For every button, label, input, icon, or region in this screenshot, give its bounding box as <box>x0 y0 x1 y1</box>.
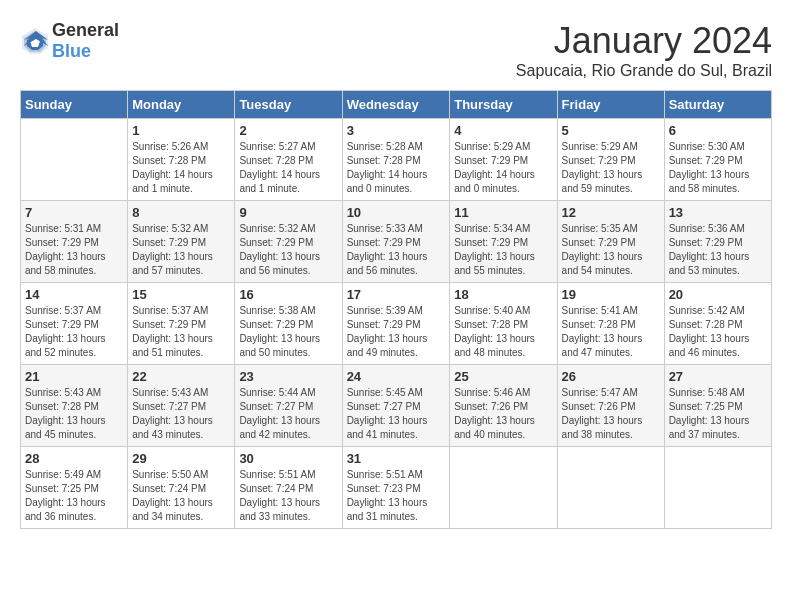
day-number: 1 <box>132 123 230 138</box>
calendar-week-4: 21Sunrise: 5:43 AM Sunset: 7:28 PM Dayli… <box>21 365 772 447</box>
day-number: 23 <box>239 369 337 384</box>
calendar-cell: 18Sunrise: 5:40 AM Sunset: 7:28 PM Dayli… <box>450 283 557 365</box>
location-text: Sapucaia, Rio Grande do Sul, Brazil <box>516 62 772 80</box>
calendar-cell: 1Sunrise: 5:26 AM Sunset: 7:28 PM Daylig… <box>128 119 235 201</box>
day-number: 14 <box>25 287 123 302</box>
day-info: Sunrise: 5:29 AM Sunset: 7:29 PM Dayligh… <box>562 140 660 196</box>
day-info: Sunrise: 5:36 AM Sunset: 7:29 PM Dayligh… <box>669 222 767 278</box>
calendar-cell: 24Sunrise: 5:45 AM Sunset: 7:27 PM Dayli… <box>342 365 450 447</box>
day-number: 28 <box>25 451 123 466</box>
day-number: 15 <box>132 287 230 302</box>
day-info: Sunrise: 5:27 AM Sunset: 7:28 PM Dayligh… <box>239 140 337 196</box>
calendar-cell <box>21 119 128 201</box>
day-info: Sunrise: 5:31 AM Sunset: 7:29 PM Dayligh… <box>25 222 123 278</box>
day-info: Sunrise: 5:42 AM Sunset: 7:28 PM Dayligh… <box>669 304 767 360</box>
calendar-cell: 15Sunrise: 5:37 AM Sunset: 7:29 PM Dayli… <box>128 283 235 365</box>
day-number: 30 <box>239 451 337 466</box>
day-info: Sunrise: 5:32 AM Sunset: 7:29 PM Dayligh… <box>132 222 230 278</box>
day-number: 3 <box>347 123 446 138</box>
calendar-week-2: 7Sunrise: 5:31 AM Sunset: 7:29 PM Daylig… <box>21 201 772 283</box>
calendar-cell: 7Sunrise: 5:31 AM Sunset: 7:29 PM Daylig… <box>21 201 128 283</box>
calendar-cell: 31Sunrise: 5:51 AM Sunset: 7:23 PM Dayli… <box>342 447 450 529</box>
day-info: Sunrise: 5:38 AM Sunset: 7:29 PM Dayligh… <box>239 304 337 360</box>
day-header-wednesday: Wednesday <box>342 91 450 119</box>
day-number: 8 <box>132 205 230 220</box>
day-info: Sunrise: 5:35 AM Sunset: 7:29 PM Dayligh… <box>562 222 660 278</box>
calendar-cell: 8Sunrise: 5:32 AM Sunset: 7:29 PM Daylig… <box>128 201 235 283</box>
day-number: 7 <box>25 205 123 220</box>
page-header: General Blue January 2024 Sapucaia, Rio … <box>20 20 772 80</box>
day-header-monday: Monday <box>128 91 235 119</box>
day-number: 20 <box>669 287 767 302</box>
day-info: Sunrise: 5:37 AM Sunset: 7:29 PM Dayligh… <box>25 304 123 360</box>
day-header-thursday: Thursday <box>450 91 557 119</box>
calendar-cell: 12Sunrise: 5:35 AM Sunset: 7:29 PM Dayli… <box>557 201 664 283</box>
day-header-sunday: Sunday <box>21 91 128 119</box>
calendar-cell: 20Sunrise: 5:42 AM Sunset: 7:28 PM Dayli… <box>664 283 771 365</box>
day-info: Sunrise: 5:29 AM Sunset: 7:29 PM Dayligh… <box>454 140 552 196</box>
calendar-cell: 2Sunrise: 5:27 AM Sunset: 7:28 PM Daylig… <box>235 119 342 201</box>
day-number: 6 <box>669 123 767 138</box>
days-header-row: SundayMondayTuesdayWednesdayThursdayFrid… <box>21 91 772 119</box>
day-number: 4 <box>454 123 552 138</box>
calendar-cell: 28Sunrise: 5:49 AM Sunset: 7:25 PM Dayli… <box>21 447 128 529</box>
day-number: 10 <box>347 205 446 220</box>
calendar-cell: 10Sunrise: 5:33 AM Sunset: 7:29 PM Dayli… <box>342 201 450 283</box>
day-info: Sunrise: 5:30 AM Sunset: 7:29 PM Dayligh… <box>669 140 767 196</box>
day-info: Sunrise: 5:39 AM Sunset: 7:29 PM Dayligh… <box>347 304 446 360</box>
calendar-cell: 16Sunrise: 5:38 AM Sunset: 7:29 PM Dayli… <box>235 283 342 365</box>
day-number: 16 <box>239 287 337 302</box>
day-number: 9 <box>239 205 337 220</box>
calendar-cell: 13Sunrise: 5:36 AM Sunset: 7:29 PM Dayli… <box>664 201 771 283</box>
calendar-cell: 4Sunrise: 5:29 AM Sunset: 7:29 PM Daylig… <box>450 119 557 201</box>
day-info: Sunrise: 5:44 AM Sunset: 7:27 PM Dayligh… <box>239 386 337 442</box>
day-number: 2 <box>239 123 337 138</box>
day-info: Sunrise: 5:50 AM Sunset: 7:24 PM Dayligh… <box>132 468 230 524</box>
day-info: Sunrise: 5:26 AM Sunset: 7:28 PM Dayligh… <box>132 140 230 196</box>
calendar-week-1: 1Sunrise: 5:26 AM Sunset: 7:28 PM Daylig… <box>21 119 772 201</box>
calendar-cell: 19Sunrise: 5:41 AM Sunset: 7:28 PM Dayli… <box>557 283 664 365</box>
logo-blue-text: Blue <box>52 41 91 61</box>
day-info: Sunrise: 5:49 AM Sunset: 7:25 PM Dayligh… <box>25 468 123 524</box>
calendar-cell: 14Sunrise: 5:37 AM Sunset: 7:29 PM Dayli… <box>21 283 128 365</box>
calendar-week-5: 28Sunrise: 5:49 AM Sunset: 7:25 PM Dayli… <box>21 447 772 529</box>
calendar-cell: 17Sunrise: 5:39 AM Sunset: 7:29 PM Dayli… <box>342 283 450 365</box>
calendar-cell: 9Sunrise: 5:32 AM Sunset: 7:29 PM Daylig… <box>235 201 342 283</box>
day-header-saturday: Saturday <box>664 91 771 119</box>
day-number: 11 <box>454 205 552 220</box>
day-info: Sunrise: 5:48 AM Sunset: 7:25 PM Dayligh… <box>669 386 767 442</box>
calendar-cell: 30Sunrise: 5:51 AM Sunset: 7:24 PM Dayli… <box>235 447 342 529</box>
day-info: Sunrise: 5:47 AM Sunset: 7:26 PM Dayligh… <box>562 386 660 442</box>
day-info: Sunrise: 5:28 AM Sunset: 7:28 PM Dayligh… <box>347 140 446 196</box>
day-info: Sunrise: 5:37 AM Sunset: 7:29 PM Dayligh… <box>132 304 230 360</box>
title-block: January 2024 Sapucaia, Rio Grande do Sul… <box>516 20 772 80</box>
day-number: 26 <box>562 369 660 384</box>
calendar-cell <box>557 447 664 529</box>
day-info: Sunrise: 5:33 AM Sunset: 7:29 PM Dayligh… <box>347 222 446 278</box>
day-number: 25 <box>454 369 552 384</box>
day-header-tuesday: Tuesday <box>235 91 342 119</box>
logo-general-text: General <box>52 20 119 40</box>
calendar-cell: 3Sunrise: 5:28 AM Sunset: 7:28 PM Daylig… <box>342 119 450 201</box>
calendar-cell: 11Sunrise: 5:34 AM Sunset: 7:29 PM Dayli… <box>450 201 557 283</box>
calendar-cell <box>664 447 771 529</box>
day-number: 24 <box>347 369 446 384</box>
logo: General Blue <box>20 20 119 62</box>
day-number: 22 <box>132 369 230 384</box>
calendar-table: SundayMondayTuesdayWednesdayThursdayFrid… <box>20 90 772 529</box>
calendar-cell <box>450 447 557 529</box>
day-info: Sunrise: 5:43 AM Sunset: 7:27 PM Dayligh… <box>132 386 230 442</box>
day-number: 12 <box>562 205 660 220</box>
day-info: Sunrise: 5:51 AM Sunset: 7:23 PM Dayligh… <box>347 468 446 524</box>
logo-icon <box>20 26 50 56</box>
day-info: Sunrise: 5:40 AM Sunset: 7:28 PM Dayligh… <box>454 304 552 360</box>
day-info: Sunrise: 5:51 AM Sunset: 7:24 PM Dayligh… <box>239 468 337 524</box>
day-number: 27 <box>669 369 767 384</box>
calendar-cell: 27Sunrise: 5:48 AM Sunset: 7:25 PM Dayli… <box>664 365 771 447</box>
day-number: 21 <box>25 369 123 384</box>
calendar-cell: 5Sunrise: 5:29 AM Sunset: 7:29 PM Daylig… <box>557 119 664 201</box>
calendar-cell: 25Sunrise: 5:46 AM Sunset: 7:26 PM Dayli… <box>450 365 557 447</box>
day-info: Sunrise: 5:34 AM Sunset: 7:29 PM Dayligh… <box>454 222 552 278</box>
calendar-week-3: 14Sunrise: 5:37 AM Sunset: 7:29 PM Dayli… <box>21 283 772 365</box>
day-number: 17 <box>347 287 446 302</box>
